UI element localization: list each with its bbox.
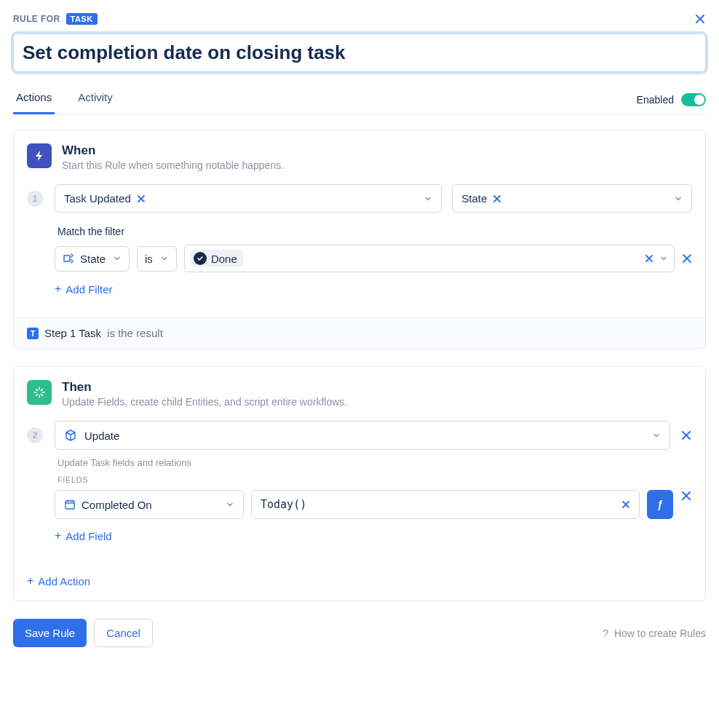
lightning-icon [27,143,52,168]
rule-for-label: RULE FOR TASK [13,13,98,25]
filter-label: Match the filter [57,226,692,237]
chevron-down-icon [652,431,661,440]
rule-for-text: RULE FOR [13,14,60,24]
state-icon [63,253,74,264]
action-helper: Update Task fields and relations [57,457,692,468]
add-action-label: Add Action [38,575,90,587]
when-result-bar: T Step 1 Task is the result [14,317,705,348]
rule-title-input[interactable] [13,33,706,72]
filter-operator-select[interactable]: is [137,246,177,272]
then-subtitle: Update Fields, create child Entities, an… [62,396,347,408]
step-number-1: 1 [27,191,43,207]
result-suffix: is the result [107,327,163,339]
clear-trigger-icon[interactable] [137,194,146,203]
when-title: When [62,143,284,158]
tab-activity[interactable]: Activity [75,85,116,114]
chevron-down-icon [160,254,169,263]
chevron-down-icon [674,194,683,203]
when-card: When Start this Rule when something nota… [13,130,706,349]
chevron-down-icon [113,254,122,263]
remove-field-icon[interactable] [680,490,692,519]
result-label: Step 1 Task [44,327,101,339]
field-name-value: Completed On [82,499,152,511]
chevron-down-icon [424,194,432,203]
filter-value-text: Done [211,253,237,265]
close-icon[interactable] [694,13,706,25]
svg-rect-0 [65,501,74,509]
plus-icon: + [55,282,61,296]
sparkle-icon [27,380,52,405]
formula-icon: ƒ [657,499,663,510]
trigger-select[interactable]: Task Updated [55,184,442,213]
help-icon: ? [603,628,608,639]
enabled-toggle[interactable] [681,93,706,106]
clear-trigger-field-icon[interactable] [493,194,501,203]
tab-actions[interactable]: Actions [13,85,55,114]
check-circle-icon [194,252,207,265]
filter-attribute-select[interactable]: State [55,246,130,272]
calendar-icon [64,499,76,510]
formula-button[interactable]: ƒ [647,490,673,519]
add-action-button[interactable]: + Add Action [27,574,692,587]
when-subtitle: Start this Rule when something notable h… [62,159,284,171]
trigger-field-select[interactable]: State [452,184,692,213]
field-name-select[interactable]: Completed On [55,490,244,519]
plus-icon: + [27,574,33,587]
filter-value-select[interactable]: Done [184,245,675,272]
then-title: Then [62,380,347,395]
remove-action-icon[interactable] [680,430,692,441]
clear-filter-value-icon[interactable] [645,254,654,263]
action-value: Update [84,430,119,442]
then-card: Then Update Fields, create child Entitie… [13,366,706,601]
filter-attribute-value: State [80,253,106,265]
chevron-down-icon [226,500,234,509]
task-badge-icon: T [27,328,39,339]
filter-operator-value: is [145,253,153,265]
task-chip: TASK [66,13,98,25]
trigger-value: Task Updated [64,192,131,205]
plus-icon: + [55,529,61,542]
clear-field-value-icon[interactable] [621,500,630,509]
add-field-label: Add Field [65,530,111,542]
done-chip: Done [191,250,243,267]
cancel-button[interactable]: Cancel [94,619,153,647]
save-rule-button[interactable]: Save Rule [13,619,87,647]
action-select[interactable]: Update [55,421,670,450]
help-link[interactable]: ? How to create Rules [603,628,706,639]
chevron-down-icon [659,254,668,263]
add-filter-button[interactable]: + Add Filter [55,282,692,296]
field-value-input[interactable]: Today() [251,490,640,519]
help-text: How to create Rules [614,628,706,639]
fields-label: FIELDS [57,475,692,484]
enabled-label: Enabled [637,94,674,106]
step-number-2: 2 [27,427,43,443]
field-value-text: Today() [261,498,306,511]
remove-filter-icon[interactable] [682,253,692,264]
trigger-field-value: State [461,192,487,205]
cube-icon [64,429,77,442]
add-field-button[interactable]: + Add Field [55,529,692,542]
add-filter-label: Add Filter [65,283,112,296]
